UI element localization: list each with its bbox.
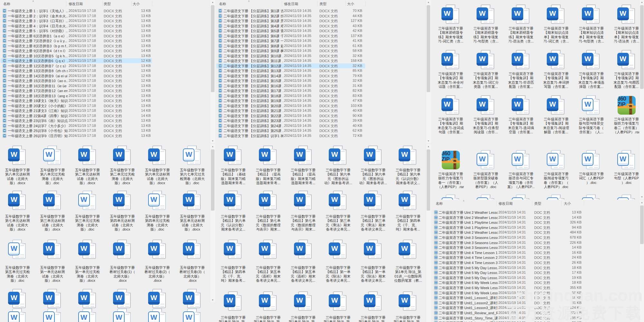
file-row[interactable]: W一年级语文上册 18汉语拼音13《ang e...2024/11/19 17:…: [0, 93, 210, 98]
scroll-up-icon[interactable]: ▲: [639, 0, 644, 4]
file-row[interactable]: W二年级语文下册 【分层训练】识字1 神...2024/11/19 14:35D…: [216, 133, 426, 138]
file-row[interactable]: W二年级语文下册 【分层训练】第11课 ...2024/11/19 14:35D…: [216, 58, 426, 63]
file-row[interactable]: W二年级语文下册 【分层训练】第24课 ...2024/11/19 14:35D…: [216, 123, 426, 128]
file-row[interactable]: W二年级英语下册 Unit 4 Time Lesson 2 ...2024/11…: [433, 255, 639, 260]
file-row[interactable]: W一年级语文上册 2：识字2《金木水火...2024/11/19 17:18DO…: [0, 14, 210, 18]
file-row[interactable]: W一年级语文上册 3：识字3《口耳目》...2024/11/19 17:18DO…: [0, 18, 210, 23]
scrollbar-list-b[interactable]: ▲ ▼: [426, 0, 431, 143]
scrollbar-thumb[interactable]: [427, 5, 430, 92]
scroll-down-icon[interactable]: ▼: [639, 195, 644, 199]
scrollbar-grid-f[interactable]: ▲: [426, 144, 431, 322]
file-row[interactable]: W二年级语文下册 【分层训练】第25课 ...2024/11/19 14:35D…: [216, 128, 426, 133]
file-row[interactable]: W一年级语文上册 19课文1《秋天》知识...2024/11/19 17:18D…: [0, 98, 210, 103]
scrollbar-thumb[interactable]: [640, 5, 644, 89]
file-row[interactable]: W一年级语文上册 17汉语拼音12《an en...2024/11/19 17:…: [0, 88, 210, 93]
file-row[interactable]: W一年级语文上册 16汉语拼音11《ie üe ...2024/11/19 17…: [0, 83, 210, 88]
scrollbar-thumb[interactable]: [640, 205, 644, 244]
column-header-type[interactable]: 类型: [319, 2, 327, 6]
file-row[interactable]: W二年级语文下册 【分层训练】第4课 邓...2024/11/19 14:35D…: [216, 24, 426, 28]
file-row[interactable]: W二年级语文下册 【分层训练】第5课 雷...2024/11/19 14:35D…: [216, 28, 426, 33]
file-row[interactable]: W二年级英语下册 Unit 1 Playtime Lesso...2024/11…: [433, 220, 639, 225]
file-row[interactable]: W二年级语文下册 【分层训练】第10课 ...2024/11/19 14:35D…: [216, 53, 426, 58]
file-row[interactable]: W二年级语文下册 【分层训练】第19课 ...2024/11/19 14:35D…: [216, 98, 426, 103]
file-row[interactable]: W一年级语文上册 21课文3《江南》知识...2024/11/19 17:18D…: [0, 108, 210, 113]
scroll-up-icon[interactable]: ▲: [426, 0, 431, 4]
file-row[interactable]: W二年级语文下册 【分层训练】第17课 ...2024/11/19 14:35D…: [216, 88, 426, 93]
scrollbar-grid-c[interactable]: ▲ ▼: [639, 0, 644, 199]
file-row[interactable]: W二年级英语下册 Uint 2 Weather Lesso...2024/11/…: [433, 210, 639, 215]
file-row[interactable]: W一年级语文上册 14汉语拼音9《ai ei ui...2024/11/19 1…: [0, 73, 210, 78]
file-row[interactable]: W一年级语文上册 13汉语拼音8《zh ch s...2024/11/19 17…: [0, 68, 210, 73]
scrollbar-grid-e[interactable]: ▲ ▼: [210, 144, 215, 302]
file-row[interactable]: W一年级语文上册 25识字8《小书包》知...2024/11/19 17:18D…: [0, 128, 210, 133]
file-row[interactable]: W二年级英语下册 Unit 2 Weather Lesso...2024/11/…: [433, 230, 639, 235]
scrollbar-list-d[interactable]: ▲: [639, 200, 644, 322]
scroll-up-icon[interactable]: ▲: [210, 144, 215, 148]
file-row[interactable]: W二年级语文下册 【分层训练】第14课 ...2024/11/19 14:35D…: [216, 73, 426, 78]
scrollbar-thumb[interactable]: [427, 149, 430, 211]
file-row[interactable]: W二年级语文下册 【分层训练】第6课 千...2024/11/19 14:35D…: [216, 33, 426, 38]
column-header-size[interactable]: 大小: [133, 2, 140, 6]
file-row[interactable]: W二年级英语下册 Unit 6 My Week Less...2024/11/1…: [433, 285, 639, 290]
scroll-up-icon[interactable]: ▲: [426, 144, 431, 148]
file-row[interactable]: W二年级英语下册 Unit 3 Seasons Lesso...2024/11/…: [433, 240, 639, 245]
file-row[interactable]: W二年级英语下册 Unit1_Lesson1_课时训...2024/11/19 …: [433, 295, 639, 300]
scroll-up-icon[interactable]: ▲: [639, 200, 644, 204]
file-row[interactable]: W一年级语文上册 5：识字5《对韵歌》...2024/11/19 17:18DO…: [0, 28, 210, 33]
file-row[interactable]: W二年级语文下册 【分层训练】第13课 ...2024/11/19 14:35D…: [216, 68, 426, 73]
file-row[interactable]: W一年级语文上册 22第4课《四季》知识...2024/11/19 17:18D…: [0, 113, 210, 118]
file-row[interactable]: W二年级语文下册 【分层训练】第3课 开...2024/11/19 14:35D…: [216, 18, 426, 23]
file-row[interactable]: W一年级语文上册 24识字7《大小多少》...2024/11/19 17:18D…: [0, 123, 210, 128]
file-row[interactable]: W二年级英语下册 Unit 4 Time Lesson 1 ...2024/11…: [433, 250, 639, 255]
file-row[interactable]: W二年级英语下册 Unit 1 Playtime Lesso...2024/11…: [433, 225, 639, 230]
file-row[interactable]: W二年级英语下册 Unit2_Lesson1_课时训...2024/11/19 …: [433, 320, 639, 322]
file-row[interactable]: W二年级语文下册 【分层训练】第20课 ...2024/11/19 14:35D…: [216, 103, 426, 108]
file-row[interactable]: W二年级语文下册 【分层训练】第1课 古...2024/11/19 14:35D…: [216, 8, 426, 13]
file-row[interactable]: W二年级英语下册 Unit 6 My Week Less...2024/11/1…: [433, 290, 639, 295]
file-row[interactable]: W二年级英语下册 Unit 5 My Day Lesso...2024/11/1…: [433, 265, 639, 270]
sort-ascending-icon[interactable]: ∧: [463, 200, 465, 202]
file-row[interactable]: W一年级语文上册 4：识字4《日月水火...2024/11/19 17:18DO…: [0, 24, 210, 28]
scrollbar-thumb[interactable]: [211, 5, 214, 92]
file-row[interactable]: W二年级语文下册 【分层训练】第22课 ...2024/11/19 14:35D…: [216, 113, 426, 118]
sort-ascending-icon[interactable]: ∧: [248, 0, 250, 3]
sort-ascending-icon[interactable]: ∧: [32, 0, 34, 3]
file-row[interactable]: W一年级语文上册 7汉语拼音2《i u ü y...2024/11/19 17:…: [0, 38, 210, 43]
scroll-down-icon[interactable]: ▼: [210, 139, 215, 143]
file-row[interactable]: W二年级语文下册 【分层训练】第23课 ...2024/11/19 14:35D…: [216, 118, 426, 123]
file-row[interactable]: W一年级语文上册 6汉语拼音1《a o e》...2024/11/19 17:1…: [0, 33, 210, 38]
file-row[interactable]: W二年级语文下册 【分层训练】第12课 ...2024/11/19 14:35D…: [216, 63, 426, 68]
file-row[interactable]: W二年级英语下册 Unit 5 My Day Lesso...2024/11/1…: [433, 270, 639, 275]
file-row[interactable]: W一年级语文上册 23识字6《画》知识点...2024/11/19 17:18D…: [0, 118, 210, 123]
file-row[interactable]: W二年级英语下册 Unit1_Story_Time_课...2024/11/19…: [433, 316, 639, 320]
file-row[interactable]: W二年级英语下册 Unit1_Lesson3_课时训...2024/11/19 …: [433, 305, 639, 310]
file-row[interactable]: W二年级英语下册 Unit1_Review_and_Re...2024/11/1…: [433, 310, 639, 315]
file-row[interactable]: W二年级英语下册 Unit 3 Seasons Lesso...2024/11/…: [433, 235, 639, 240]
file-row[interactable]: W二年级英语下册 Unit 5 My Day Lesso...2024/11/1…: [433, 275, 639, 280]
file-row[interactable]: W一年级语文上册 12汉语拼音7《z c s》...2024/11/19 17:…: [0, 63, 210, 68]
file-row[interactable]: W二年级语文下册 【分层训练】第2课 找...2024/11/19 14:35D…: [216, 14, 426, 18]
column-header-type[interactable]: 类型: [104, 2, 111, 6]
file-row[interactable]: W一年级语文上册 11汉语拼音6《j q x》...2024/11/19 17:…: [0, 58, 210, 63]
column-header-name[interactable]: 名称: [436, 201, 443, 206]
file-row[interactable]: W一年级语文上册 15汉语拼音10《ao o...2024/11/19 17:1…: [0, 78, 210, 83]
file-row[interactable]: W二年级英语下册 Unit 4 Time Lesson 3 ...2024/11…: [433, 260, 639, 265]
column-header-size[interactable]: 大小: [347, 2, 354, 6]
file-row[interactable]: W二年级英语下册 Unit 3 Seasons Lesso...2024/11/…: [433, 245, 639, 250]
scroll-down-icon[interactable]: ▼: [426, 139, 431, 143]
file-row[interactable]: W二年级语文下册 【分层训练】第16课 ...2024/11/19 14:35D…: [216, 83, 426, 88]
file-row[interactable]: W二年级语文下册 【分层训练】第9课 枫...2024/11/19 14:35D…: [216, 48, 426, 53]
file-row[interactable]: W一年级语文上册 8汉语拼音3《b p m f...2024/11/19 17:…: [0, 43, 210, 48]
column-header-size[interactable]: 大小: [564, 201, 571, 206]
file-row[interactable]: W二年级英语下册 Uint 2 Weather Lesso...2024/11/…: [433, 215, 639, 220]
column-header-date[interactable]: 修改日期: [69, 2, 83, 6]
scroll-down-icon[interactable]: ▼: [210, 298, 215, 302]
scroll-up-icon[interactable]: ▲: [210, 0, 215, 4]
file-row[interactable]: W一年级语文上册 10汉语拼音5《g k h...2024/11/19 17:1…: [0, 53, 210, 58]
scrollbar-list-a[interactable]: ▲ ▼: [210, 0, 215, 143]
file-row[interactable]: W一年级语文上册 1：识字1《天地人》...2024/11/19 17:18DO…: [0, 8, 210, 13]
column-header-date[interactable]: 修改日期: [498, 201, 513, 206]
file-row[interactable]: W一年级语文上册 26识字9《日月明》知...2024/11/19 17:18D…: [0, 133, 210, 138]
scrollbar-thumb[interactable]: [211, 149, 214, 211]
column-header-name[interactable]: 名称: [3, 2, 10, 6]
